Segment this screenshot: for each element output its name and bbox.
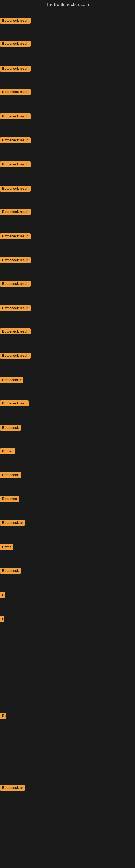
bottleneck-result-item[interactable]: Bottleneck result	[0, 233, 31, 240]
bottleneck-badge: Bottleneck result	[0, 209, 31, 215]
bottleneck-badge: Bottleneck result	[0, 89, 31, 95]
bottleneck-result-item[interactable]: Bottleneck result	[0, 281, 31, 288]
bottleneck-result-item[interactable]: Bottlen	[0, 448, 15, 456]
bottleneck-badge: Bottleneck	[0, 472, 21, 478]
bottleneck-result-item[interactable]: Bottleneck result	[0, 161, 31, 168]
bottleneck-result-item[interactable]: Bottleneck result	[0, 66, 31, 73]
bottleneck-badge: Bottleneck result	[0, 18, 31, 24]
bottleneck-result-item[interactable]: Bottleneck resu	[0, 400, 29, 407]
bottleneck-badge: Bottlenec	[0, 496, 19, 502]
bottleneck-badge: Bottleneck result	[0, 281, 31, 287]
bottleneck-badge: Bottle	[0, 544, 13, 550]
bottleneck-badge: Bottleneck result	[0, 66, 31, 72]
bottleneck-badge: Bottleneck result	[0, 233, 31, 239]
bottleneck-result-item[interactable]: Bottleneck result	[0, 113, 31, 120]
bottleneck-badge: Bottleneck result	[0, 137, 31, 143]
bottleneck-badge: Bottleneck result	[0, 257, 31, 263]
site-title: TheBottlenecker.com	[0, 0, 135, 10]
bottleneck-badge: Bottleneck	[0, 568, 21, 574]
bottleneck-result-item[interactable]: Bottleneck re	[0, 520, 25, 527]
bottleneck-result-item[interactable]: Bottleneck result	[0, 137, 31, 144]
bottleneck-result-item[interactable]: Bottleneck	[0, 425, 21, 432]
bottleneck-result-item[interactable]: Bottleneck	[0, 472, 21, 479]
bottleneck-result-item[interactable]: Bottleneck result	[0, 209, 31, 216]
bottleneck-result-item[interactable]: Bottleneck re	[0, 785, 25, 792]
bottleneck-badge: Bottleneck re	[0, 785, 25, 791]
bottleneck-badge: Bottleneck result	[0, 305, 31, 311]
bottleneck-result-item[interactable]: Bo	[0, 713, 6, 720]
bottleneck-badge: Bottleneck result	[0, 352, 31, 359]
bottleneck-badge: Bottleneck	[0, 425, 21, 431]
bottleneck-badge: Bottleneck result	[0, 186, 31, 191]
bottleneck-result-item[interactable]: Bottleneck	[0, 568, 21, 575]
bottleneck-result-item[interactable]: Bottleneck result	[0, 18, 31, 25]
bottleneck-badge: Bottleneck result	[0, 161, 31, 167]
bottleneck-result-item[interactable]: B	[0, 592, 5, 599]
bottleneck-result-item[interactable]: Bottleneck result	[0, 257, 31, 264]
bottleneck-badge: B	[0, 592, 5, 598]
bottleneck-badge: Bottleneck result	[0, 113, 31, 119]
bottleneck-badge: B	[0, 616, 4, 622]
bottleneck-result-item[interactable]: Bottleneck result	[0, 41, 31, 48]
bottleneck-result-item[interactable]: Bottleneck result	[0, 329, 31, 336]
bottleneck-result-item[interactable]: Bottleneck result	[0, 89, 31, 96]
bottleneck-badge: Bottleneck result	[0, 329, 31, 335]
bottleneck-result-item[interactable]: Bottleneck r	[0, 377, 23, 384]
bottleneck-result-item[interactable]: Bottle	[0, 544, 13, 551]
bottleneck-result-item[interactable]: Bottlenec	[0, 496, 19, 503]
bottleneck-result-item[interactable]: Bottleneck result	[0, 305, 31, 312]
bottleneck-badge: Bottleneck r	[0, 377, 23, 383]
bottleneck-result-item[interactable]: B	[0, 616, 4, 623]
bottleneck-badge: Bottleneck result	[0, 41, 31, 46]
bottleneck-badge: Bottleneck resu	[0, 400, 29, 406]
bottleneck-result-item[interactable]: Bottleneck result	[0, 352, 31, 360]
bottleneck-badge: Bottlen	[0, 448, 15, 454]
bottleneck-badge: Bo	[0, 713, 6, 719]
bottleneck-result-item[interactable]: Bottleneck result	[0, 186, 31, 193]
bottleneck-badge: Bottleneck re	[0, 520, 25, 526]
